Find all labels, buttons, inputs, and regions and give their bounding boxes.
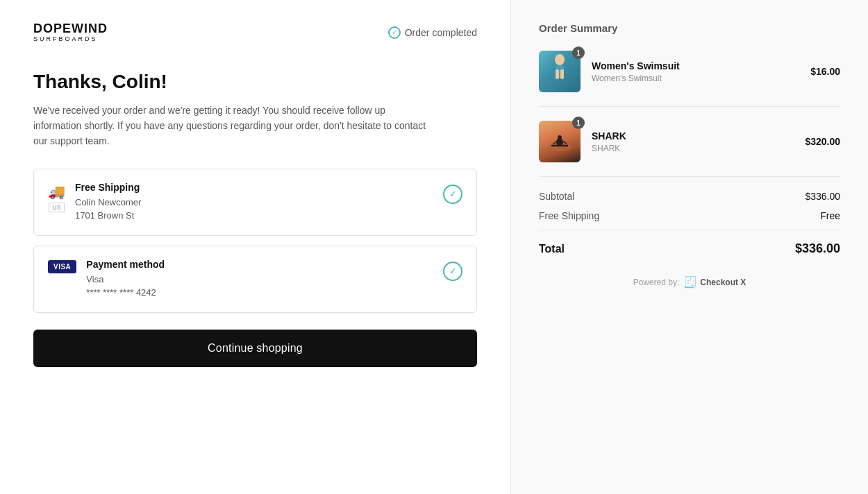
continue-shopping-button[interactable]: Continue shopping	[33, 330, 477, 367]
swimsuit-name: Women's Swimsuit	[592, 60, 810, 71]
swimsuit-details: Women's Swimsuit Women's Swimsuit	[592, 60, 810, 83]
payment-title: Payment method	[86, 259, 165, 270]
payment-card-number: **** **** **** 4242	[86, 286, 165, 300]
brand-sub: SURFBOARDS	[33, 36, 108, 43]
payment-details: Payment method Visa **** **** **** 4242	[86, 259, 165, 300]
subtotal-row: Subtotal $336.00	[539, 191, 840, 202]
swimsuit-image-wrap: 1	[539, 51, 581, 92]
shark-details: SHARK SHARK	[592, 130, 805, 153]
powered-by-text: Powered by:	[633, 278, 680, 287]
swimsuit-price: $16.00	[810, 66, 840, 77]
svg-rect-2	[556, 69, 559, 79]
shipping-label: Free Shipping	[539, 210, 599, 221]
swimsuit-figure-icon	[549, 54, 570, 89]
subtotal-value: $336.00	[805, 191, 840, 202]
shark-image-wrap: 1	[539, 121, 581, 162]
country-badge: US	[49, 203, 65, 212]
left-panel: DOPEWIND SURFBOARDS ✓ Order completed Th…	[0, 0, 510, 494]
total-row: Total $336.00	[539, 230, 840, 256]
checkout-x-icon: 🧾	[683, 275, 697, 289]
svg-point-0	[555, 54, 565, 65]
subtotal-label: Subtotal	[539, 191, 574, 202]
powered-by-section: Powered by: 🧾 Checkout X	[539, 275, 840, 289]
payment-card-left: VISA Payment method Visa **** **** **** …	[48, 259, 165, 300]
visa-logo: VISA	[48, 260, 76, 273]
svg-rect-3	[560, 69, 564, 79]
right-panel: Order Summary 1 Women's Swimsuit Women's…	[510, 0, 868, 494]
shipping-card: 🚚 US Free Shipping Colin Newcomer 1701 B…	[33, 169, 477, 236]
total-label: Total	[539, 243, 565, 255]
shipping-address: 1701 Brown St	[75, 209, 141, 223]
swimsuit-qty-badge: 1	[572, 46, 585, 59]
shark-price: $320.00	[805, 136, 840, 147]
swimsuit-variant: Women's Swimsuit	[592, 74, 810, 83]
surfer-icon	[546, 128, 574, 155]
truck-icon: 🚚	[48, 183, 65, 200]
check-circle-icon: ✓	[388, 26, 401, 39]
shipping-row: Free Shipping Free	[539, 210, 840, 221]
brand-name: DOPEWIND SURFBOARDS	[33, 22, 108, 43]
header: DOPEWIND SURFBOARDS ✓ Order completed	[33, 22, 477, 43]
payment-card: VISA Payment method Visa **** **** **** …	[33, 246, 477, 313]
shipping-details: Free Shipping Colin Newcomer 1701 Brown …	[75, 182, 141, 223]
checkout-x-name: Checkout X	[700, 278, 746, 287]
shipping-value: Free	[820, 210, 840, 221]
order-status-badge: ✓ Order completed	[388, 26, 477, 39]
shipping-check-icon: ✓	[443, 185, 462, 204]
checkout-x-logo: 🧾 Checkout X	[683, 275, 746, 289]
shipping-name: Colin Newcomer	[75, 196, 141, 210]
order-summary-title: Order Summary	[539, 22, 840, 34]
logo: DOPEWIND SURFBOARDS	[33, 22, 108, 43]
payment-icon-area: VISA	[48, 259, 76, 273]
shipping-title: Free Shipping	[75, 182, 141, 193]
order-message: We've received your order and we're gett…	[33, 103, 436, 149]
payment-card-type: Visa	[86, 273, 165, 287]
svg-point-7	[558, 135, 562, 139]
total-value: $336.00	[795, 241, 840, 256]
shark-name: SHARK	[592, 130, 805, 142]
order-status-text: Order completed	[405, 27, 477, 38]
shipping-card-left: 🚚 US Free Shipping Colin Newcomer 1701 B…	[48, 182, 141, 223]
thanks-heading: Thanks, Colin!	[33, 71, 477, 93]
shark-variant: SHARK	[592, 144, 805, 153]
order-item-swimsuit: 1 Women's Swimsuit Women's Swimsuit $16.…	[539, 51, 840, 107]
order-item-shark: 1 SHARK SHARK $320.00	[539, 121, 840, 177]
payment-check-icon: ✓	[443, 262, 462, 281]
shark-qty-badge: 1	[572, 117, 585, 129]
shipping-icon-area: 🚚 US	[48, 182, 65, 212]
